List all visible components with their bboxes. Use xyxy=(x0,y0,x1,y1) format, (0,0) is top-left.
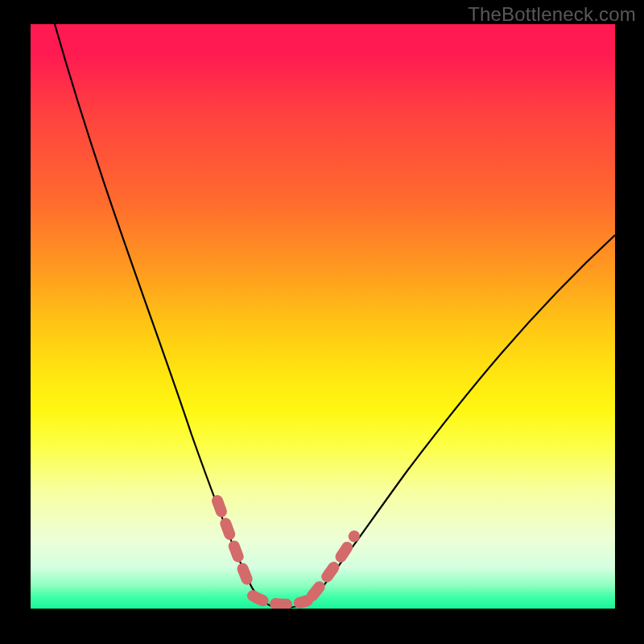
left-dash-marker xyxy=(217,501,251,589)
chart-frame: TheBottleneck.com xyxy=(0,0,644,644)
watermark-text: TheBottleneck.com xyxy=(468,3,636,26)
chart-plot-area xyxy=(31,24,615,609)
right-dash-marker xyxy=(312,536,354,596)
floor-dash-marker xyxy=(253,596,308,605)
chart-svg xyxy=(31,24,615,609)
bottleneck-curve-line xyxy=(55,24,615,608)
